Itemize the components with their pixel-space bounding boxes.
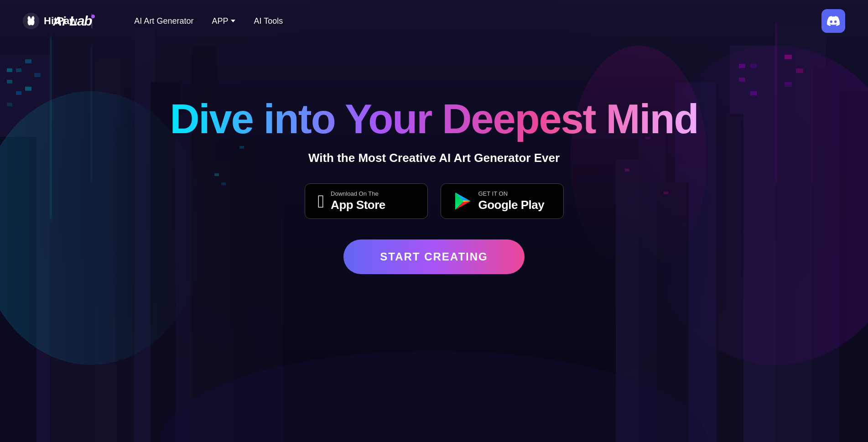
logo-section: HitPaw Ai Lab Ai L a b [23,12,107,30]
discord-button[interactable] [821,9,845,33]
app-label: APP [212,16,228,26]
nav-item-ai-tools[interactable]: AI Tools [254,16,283,26]
ailab-icon: Ai L a b [52,12,107,30]
google-play-line2: Google Play [478,198,545,212]
google-play-button[interactable]: GET IT ON Google Play [441,183,564,219]
hitpaw-icon [23,13,39,29]
apple-icon:  [318,192,325,210]
hero-content: Dive into Your Deepest Mind With the Mos… [170,97,698,274]
svg-text:L: L [69,13,78,28]
svg-text:b: b [84,13,92,28]
start-creating-button[interactable]: START CREATING [343,239,524,274]
hero-section: HitPaw Ai Lab Ai L a b AI Art [0,0,868,442]
app-chevron-icon [231,20,235,22]
google-play-text: GET IT ON Google Play [478,190,545,212]
hero-title: Dive into Your Deepest Mind [170,97,698,142]
nav-item-ai-art-generator[interactable]: AI Art Generator [134,16,193,26]
app-store-line2: App Store [331,198,385,212]
svg-point-62 [91,15,95,18]
app-store-line1: Download On The [331,190,379,198]
app-store-button[interactable]:  Download On The App Store [305,183,428,219]
discord-icon [827,16,840,26]
app-store-text: Download On The App Store [331,190,385,212]
store-buttons:  Download On The App Store [305,183,564,219]
hero-subtitle: With the Most Creative AI Art Generator … [308,151,560,165]
navbar: HitPaw Ai Lab Ai L a b AI Art [0,0,868,42]
google-play-line1: GET IT ON [478,190,508,198]
nav-links: AI Art Generator APP AI Tools [134,16,283,26]
nav-item-app[interactable]: APP [212,16,235,26]
google-play-icon [454,192,472,210]
svg-text:Ai: Ai [52,14,66,28]
